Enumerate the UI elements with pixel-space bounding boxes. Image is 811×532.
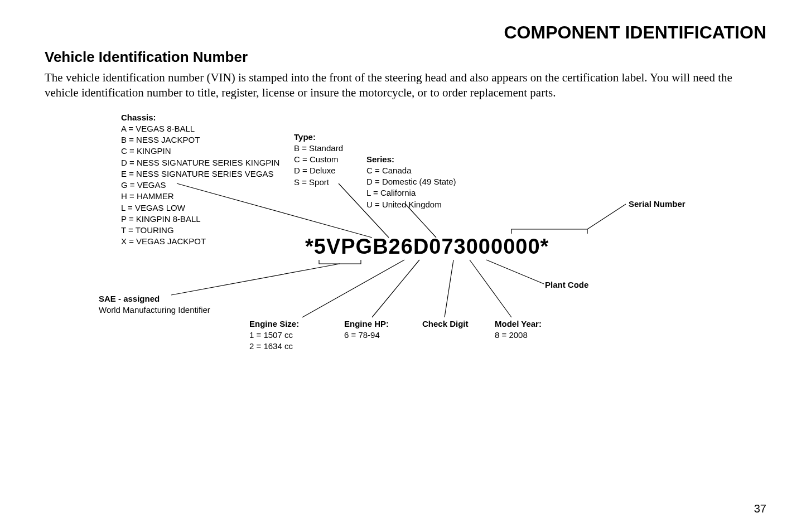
type-block: Type: B = Standard C = Custom D = Deluxe…: [294, 132, 343, 188]
chassis-item: B = NESS JACKPOT: [121, 134, 279, 146]
page-number: 37: [754, 502, 766, 515]
chassis-item: C = KINGPIN: [121, 146, 279, 157]
chassis-block: Chassis: A = VEGAS 8-BALL B = NESS JACKP…: [121, 112, 279, 248]
svg-line-5: [302, 260, 404, 317]
engine-hp-block: Engine HP: 6 = 78-94: [344, 318, 389, 341]
engine-size-block: Engine Size: 1 = 1507 cc 2 = 1634 cc: [249, 318, 299, 352]
sae-sub: World Manufacturing Identifier: [99, 304, 210, 316]
series-title: Series:: [366, 154, 456, 165]
chassis-item: E = NESS SIGNATURE SERIES VEGAS: [121, 168, 279, 180]
series-block: Series: C = Canada D = Domestic (49 Stat…: [366, 154, 456, 210]
engine-hp-item: 6 = 78-94: [344, 330, 389, 341]
type-title: Type:: [294, 132, 343, 143]
check-digit-label: Check Digit: [422, 318, 469, 330]
plant-code-label: Plant Code: [545, 279, 588, 291]
chassis-item: A = VEGAS 8-BALL: [121, 123, 279, 134]
chassis-item: P = KINGPIN 8-BALL: [121, 214, 279, 225]
type-item: D = Deluxe: [294, 165, 343, 176]
series-item: D = Domestic (49 State): [366, 176, 456, 187]
model-year-block: Model Year: 8 = 2008: [495, 318, 542, 341]
svg-line-7: [445, 260, 453, 317]
chassis-item: H = HAMMER: [121, 191, 279, 202]
intro-paragraph: The vehicle identification number (VIN) …: [45, 70, 766, 101]
series-item: U = United Kingdom: [366, 199, 456, 210]
chassis-item: X = VEGAS JACKPOT: [121, 236, 279, 247]
sae-title: SAE - assigned: [99, 293, 210, 304]
engine-size-item: 2 = 1634 cc: [249, 341, 299, 352]
type-item: B = Standard: [294, 143, 343, 154]
model-year-title: Model Year:: [495, 318, 542, 330]
svg-line-8: [470, 260, 511, 317]
type-item: C = Custom: [294, 154, 343, 165]
series-item: L = California: [366, 187, 456, 199]
chassis-title: Chassis:: [121, 112, 279, 123]
svg-line-4: [587, 204, 626, 229]
model-year-item: 8 = 2008: [495, 330, 542, 341]
chassis-item: L = VEGAS LOW: [121, 202, 279, 214]
vin-diagram: Chassis: A = VEGAS 8-BALL B = NESS JACKP…: [99, 112, 712, 391]
serial-number-label: Serial Number: [629, 199, 686, 210]
svg-line-0: [171, 264, 340, 295]
chassis-item: D = NESS SIGNATURE SERIES KINGPIN: [121, 157, 279, 168]
sae-block: SAE - assigned World Manufacturing Ident…: [99, 293, 210, 316]
svg-line-6: [372, 260, 419, 317]
svg-line-9: [486, 260, 544, 284]
page-title: COMPONENT IDENTIFICATION: [45, 22, 766, 43]
type-item: S = Sport: [294, 177, 343, 188]
vin-string: *5VPGB26D073000000*: [305, 235, 549, 259]
chassis-item: T = TOURING: [121, 225, 279, 236]
engine-size-item: 1 = 1507 cc: [249, 330, 299, 341]
section-title: Vehicle Identification Number: [45, 49, 766, 66]
engine-size-title: Engine Size:: [249, 319, 299, 328]
chassis-item: G = VEGAS: [121, 180, 279, 191]
engine-hp-title: Engine HP:: [344, 318, 389, 330]
series-item: C = Canada: [366, 165, 456, 176]
